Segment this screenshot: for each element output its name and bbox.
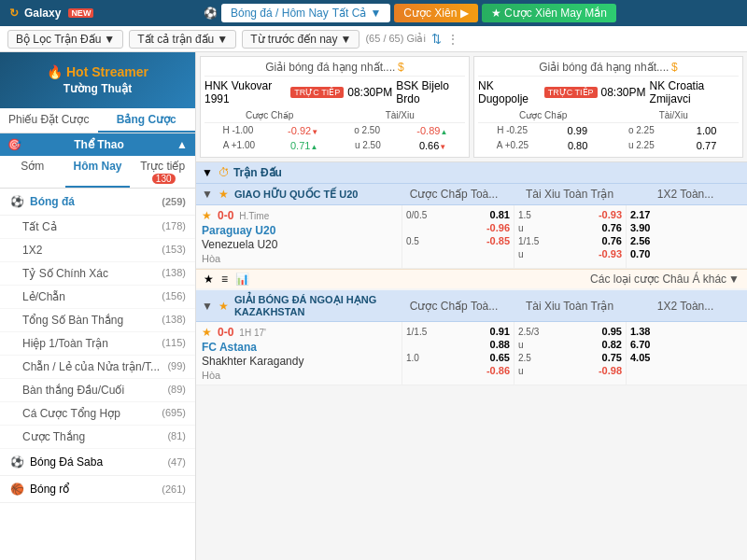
nav-bong-da-hom-nay[interactable]: Bóng đá / Hôm Nay Tất Cả ▼	[221, 4, 390, 22]
h-chap-val[interactable]: -0.92	[288, 125, 318, 136]
som-label: Sớm	[21, 160, 44, 173]
tx-v2[interactable]: 0.76	[602, 222, 622, 233]
o-val[interactable]: -0.89	[416, 125, 447, 136]
tx-v1[interactable]: -0.93	[599, 209, 622, 220]
ka-v3[interactable]: 0.65	[490, 352, 510, 363]
list-icon[interactable]: ≡	[221, 273, 228, 286]
hom-nay-label: Hôm Nay	[74, 160, 122, 173]
section-col-headers-2: Cược Chấp Toà... Tài Xiu Toàn Trận 1X2 T…	[398, 300, 741, 313]
ka-tx-h2: u	[518, 340, 524, 350]
section-title: Thể Thao	[74, 138, 124, 151]
fav-star-paraguay[interactable]: ★	[202, 209, 212, 222]
som-tab[interactable]: Sớm	[0, 156, 65, 188]
card1-cols: Cược Chấp H -1.00 -0.92 A +1.00 0.71 Tài…	[204, 108, 465, 153]
ka-tx-v2[interactable]: 0.82	[602, 339, 622, 350]
bo-loc-btn[interactable]: Bộ Lọc Trận Đấu ▼	[7, 30, 123, 49]
fav-star-astana[interactable]: ★	[202, 326, 212, 339]
phieu-dat-cuoc-tab[interactable]: Phiếu Đặt Cược	[0, 108, 98, 133]
match-row-astana: ★ 0-0 1H 17' FC Astana Shakhter Karagand…	[196, 322, 747, 385]
sidebar-subitem-tat-ca[interactable]: Tất Cả (178)	[0, 216, 195, 239]
odds-header: Giải bóng đá hạng nhất.... $ HNK Vukovar…	[196, 52, 747, 162]
truc-tiep-tab[interactable]: Trực tiếp 130	[130, 156, 195, 188]
sidebar-item-bong-da[interactable]: ⚽ Bóng đá (259)	[0, 189, 195, 216]
ban-thang-label: Bàn thắng Đầu/Cuối	[22, 384, 124, 397]
tran-dau-toggle[interactable]: ▼	[202, 166, 213, 179]
sidebar-subitem-le-chan[interactable]: Lẻ/Chẵn (156)	[0, 286, 195, 309]
tx-v4[interactable]: -0.93	[599, 248, 622, 259]
ka-tx-v4[interactable]: -0.98	[599, 365, 622, 376]
ca-cuoc-count: (695)	[162, 407, 186, 418]
1x2-count: (153)	[162, 244, 186, 255]
sidebar-item-bong-da-saba[interactable]: ⚽ Bóng Đá Saba (47)	[0, 449, 195, 476]
match-score-time-astana: ★ 0-0 1H 17'	[202, 326, 396, 339]
tat-ca-btn[interactable]: Tất cả trận đấu ▼	[129, 30, 236, 49]
a-chap-val[interactable]: 0.71	[290, 140, 318, 151]
ka-1x2-v2[interactable]: 6.70	[630, 339, 650, 350]
ka-v2[interactable]: 0.88	[490, 339, 510, 350]
section-star-1[interactable]: ★	[218, 188, 229, 201]
couoc-xien-may-btn[interactable]: ★ Cược Xiên May Mắn	[482, 4, 616, 22]
card2-o-row: o 2.25 1.00	[609, 123, 740, 138]
star-action-icon[interactable]: ★	[204, 273, 214, 286]
card2-a-val[interactable]: 0.80	[564, 140, 592, 151]
1x2-v4[interactable]: 0.70	[630, 248, 650, 259]
col-1x2-2: 1X2 Toàn...	[629, 300, 741, 313]
ka-v4[interactable]: -0.86	[486, 365, 510, 376]
1x2-v1[interactable]: 2.17	[630, 209, 650, 220]
dropdown-icon: ▼	[370, 7, 381, 20]
team1-paraguay[interactable]: Paraguay U20	[202, 224, 396, 237]
collapse-icon[interactable]: ▲	[176, 138, 188, 151]
couoc-xien-btn[interactable]: Cược Xiên ▶	[394, 4, 477, 22]
cuoc-thang-count: (81)	[167, 430, 186, 441]
team2-shakhter[interactable]: Shakhter Karagandy	[202, 355, 396, 368]
tx-h4: u	[518, 249, 524, 259]
bang-cuoc-tab[interactable]: Bảng Cược	[98, 108, 196, 133]
sidebar-item-bong-ro[interactable]: 🏀 Bóng rổ (261)	[0, 476, 195, 503]
card2-o-val[interactable]: 1.00	[693, 125, 721, 136]
col-tai-xiu-2: Tài Xiu Toàn Trận	[514, 300, 626, 313]
sidebar-subitem-1x2[interactable]: 1X2 (153)	[0, 239, 195, 262]
team2-venezuela[interactable]: Venezuela U20	[202, 238, 396, 251]
sidebar-banner: 🔥 Hot Streamer Tường Thuật	[0, 52, 195, 108]
card2-time: 08:30PM	[601, 86, 646, 99]
hom-nay-tab[interactable]: Hôm Nay	[65, 156, 131, 188]
h1-val[interactable]: 0.81	[490, 209, 510, 220]
card2-u-val[interactable]: 0.77	[693, 140, 721, 151]
ka-1x2-v3[interactable]: 4.05	[630, 352, 650, 363]
sidebar-subitem-ca-cuoc[interactable]: Cá Cược Tổng Hợp (695)	[0, 402, 195, 426]
odds-card-2: Giải bóng đá hạng nhất.... $ NK Dugopolj…	[473, 56, 743, 158]
section-star-2[interactable]: ★	[218, 300, 229, 313]
h3-val[interactable]: -0.85	[486, 235, 510, 246]
nav-label: Bóng đá / Hôm Nay	[231, 7, 329, 20]
card2-h-label: H -0.25	[495, 125, 529, 136]
tu-truoc-btn[interactable]: Từ trước đến nay ▼	[242, 30, 359, 49]
section-toggle-2[interactable]: ▼	[202, 300, 213, 313]
more-bets-label: Các loại cược Châu Á khác	[590, 273, 726, 286]
chart-icon[interactable]: 📊	[235, 273, 249, 286]
card2-cols: Cược Chấp H -0.25 0.99 A +0.25 0.80 Tài/…	[478, 108, 739, 153]
ka-tx-v1[interactable]: 0.95	[602, 326, 622, 337]
card2-h-val[interactable]: 0.99	[563, 125, 591, 136]
ka-1x2-v1[interactable]: 1.38	[630, 326, 650, 337]
more-bets-btn[interactable]: Các loại cược Châu Á khác ▼	[590, 273, 740, 286]
star-icon: ★	[491, 7, 501, 20]
col-chap-2: Cược Chấp Toà...	[398, 300, 510, 313]
h2-val[interactable]: -0.96	[486, 222, 510, 233]
1x2-v2[interactable]: 3.90	[630, 222, 650, 233]
h3-handicap: 0.5	[406, 236, 419, 246]
section-toggle-1[interactable]: ▼	[202, 188, 213, 201]
sidebar-subitem-ty-so[interactable]: Tỷ Số Chính Xác (138)	[0, 262, 195, 286]
sidebar-subitem-hiep1[interactable]: Hiệp 1/Toàn Trận (115)	[0, 332, 195, 356]
u-val[interactable]: 0.66	[419, 140, 447, 151]
team1-astana[interactable]: FC Astana	[202, 341, 396, 354]
sidebar-subitem-chan-le[interactable]: Chẵn / Lẻ của Nửa trận/T... (99)	[0, 356, 195, 379]
card2-team2: NK Croatia Zmijavci	[650, 79, 739, 105]
1x2-v3[interactable]: 2.56	[630, 235, 650, 246]
ka-tx-v3[interactable]: 0.75	[602, 352, 622, 363]
ka-v1[interactable]: 0.91	[490, 326, 510, 337]
sidebar-subitem-cuoc-thang[interactable]: Cược Thắng (81)	[0, 426, 195, 449]
sidebar-subitem-ban-thang[interactable]: Bàn thắng Đầu/Cuối (89)	[0, 379, 195, 402]
tx-v3[interactable]: 0.76	[602, 235, 622, 246]
1x2-line-4: 0.70	[630, 248, 734, 259]
sidebar-subitem-tong-so[interactable]: Tổng Số Bàn Thắng (138)	[0, 309, 195, 332]
